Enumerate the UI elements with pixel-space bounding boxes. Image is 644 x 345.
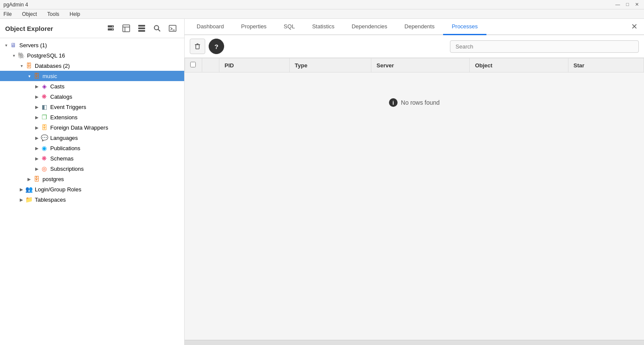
explorer-header: Object Explorer — [0, 19, 184, 38]
tree-chevron: ▶ — [33, 155, 40, 162]
tree-node-extensions[interactable]: ▶❐Extensions — [0, 112, 184, 122]
tab-dependencies[interactable]: Dependencies — [343, 19, 396, 35]
server-view-button[interactable] — [104, 22, 117, 34]
select-all-checkbox[interactable] — [190, 62, 196, 67]
table-icon — [122, 24, 130, 32]
search-input[interactable] — [450, 40, 639, 53]
tree-node-languages[interactable]: ▶💬Languages — [0, 133, 184, 143]
menu-item-file[interactable]: File — [2, 10, 13, 18]
tree-icon-catalogs: ❋ — [40, 93, 48, 100]
svg-point-3 — [112, 29, 113, 30]
terminal-button[interactable] — [166, 22, 179, 34]
tree-node-fdw[interactable]: ▶🗄Foreign Data Wrappers — [0, 122, 184, 133]
tree-icon-postgres: 🗄 — [33, 175, 40, 183]
table-header-row: PID Type Server Object Star — [185, 58, 644, 73]
tree-label-event_triggers: Event Triggers — [50, 104, 86, 110]
tree-node-databases[interactable]: ▾🗄Databases (2) — [0, 61, 184, 71]
tree-label-extensions: Extensions — [50, 114, 78, 121]
th-object: Object — [470, 58, 568, 73]
tree-chevron: ▶ — [33, 165, 40, 172]
help-button[interactable]: ? — [209, 39, 224, 54]
svg-point-2 — [112, 26, 113, 27]
maximize-button[interactable]: □ — [624, 2, 631, 7]
tree-label-publications: Publications — [50, 145, 80, 151]
tree-node-tablespaces[interactable]: ▶📁Tablespaces — [0, 194, 184, 205]
tree-node-postgresql16[interactable]: ▾🐘PostgreSQL 16 — [0, 50, 184, 61]
tab-properties[interactable]: Properties — [233, 19, 275, 35]
close-button[interactable]: ✕ — [633, 2, 641, 7]
tree-label-subscriptions: Subscriptions — [50, 166, 84, 172]
th-status — [202, 58, 219, 73]
menu-item-tools[interactable]: Tools — [46, 10, 61, 18]
menu-item-object[interactable]: Object — [20, 10, 39, 18]
tabs-bar: DashboardPropertiesSQLStatisticsDependen… — [185, 19, 644, 35]
app-title: pgAdmin 4 — [3, 2, 28, 8]
th-pid: PID — [219, 58, 290, 73]
tree-icon-schemas: ❋ — [40, 154, 48, 162]
tree-node-event_triggers[interactable]: ▶◧Event Triggers — [0, 102, 184, 112]
tree-label-postgres: postgres — [43, 176, 64, 182]
svg-rect-4 — [123, 25, 130, 32]
tree-chevron: ▶ — [33, 134, 40, 141]
svg-point-10 — [155, 26, 159, 30]
tree-chevron: ▶ — [18, 196, 25, 203]
tree-container[interactable]: ▾🖥Servers (1)▾🐘PostgreSQL 16▾🗄Databases … — [0, 38, 184, 345]
right-panel: DashboardPropertiesSQLStatisticsDependen… — [185, 19, 644, 345]
tree-chevron: ▶ — [33, 124, 40, 131]
table-container[interactable]: PID Type Server Object Star i No rows fo… — [185, 58, 644, 340]
processes-table: PID Type Server Object Star — [185, 58, 644, 73]
tree-node-subscriptions[interactable]: ▶◎Subscriptions — [0, 163, 184, 174]
tree-chevron: ▶ — [33, 103, 40, 110]
tab-dashboard[interactable]: Dashboard — [188, 19, 233, 35]
tab-statistics[interactable]: Statistics — [304, 19, 343, 35]
tree-label-login_roles: Login/Group Roles — [35, 186, 81, 193]
th-server: Server — [371, 58, 470, 73]
schema-icon — [138, 24, 146, 32]
tree-node-login_roles[interactable]: ▶👥Login/Group Roles — [0, 184, 184, 194]
no-rows-message: i No rows found — [185, 73, 644, 133]
tabs-list: DashboardPropertiesSQLStatisticsDependen… — [188, 19, 486, 34]
search-box — [450, 40, 639, 53]
tree-icon-login_roles: 👥 — [25, 185, 33, 193]
close-panel-button[interactable]: ✕ — [628, 19, 641, 34]
bottom-scrollbar[interactable] — [185, 340, 644, 345]
svg-rect-8 — [138, 27, 145, 29]
tree-label-tablespaces: Tablespaces — [35, 197, 66, 203]
tree-node-servers[interactable]: ▾🖥Servers (1) — [0, 40, 184, 50]
tree-node-casts[interactable]: ▶◈Casts — [0, 81, 184, 91]
tree-chevron: ▶ — [33, 93, 40, 100]
tree-node-catalogs[interactable]: ▶❋Catalogs — [0, 91, 184, 102]
tab-sql[interactable]: SQL — [275, 19, 304, 35]
tree-icon-fdw: 🗄 — [40, 124, 48, 131]
tree-label-schemas: Schemas — [50, 155, 73, 162]
tree-label-music: music — [43, 73, 57, 79]
th-star: Star — [568, 58, 644, 73]
tree-icon-music: 🗄 — [33, 72, 40, 80]
delete-button[interactable] — [190, 39, 205, 54]
tab-processes[interactable]: Processes — [443, 19, 486, 35]
tree-chevron: ▶ — [33, 83, 40, 90]
tree-node-schemas[interactable]: ▶❋Schemas — [0, 153, 184, 163]
schema-view-button[interactable] — [135, 22, 148, 34]
tab-dependents[interactable]: Dependents — [396, 19, 443, 35]
table-view-button[interactable] — [120, 22, 133, 34]
tree-chevron: ▾ — [18, 62, 25, 69]
search-button[interactable] — [151, 22, 164, 34]
tree-label-databases: Databases (2) — [35, 63, 70, 69]
tree-label-languages: Languages — [50, 135, 78, 141]
tree-label-servers: Servers (1) — [19, 42, 47, 48]
tree-node-music[interactable]: ▾🗄music — [0, 71, 184, 81]
tree-node-publications[interactable]: ▶◉Publications — [0, 143, 184, 153]
tree-icon-subscriptions: ◎ — [40, 165, 48, 172]
minimize-button[interactable]: — — [614, 2, 622, 7]
tree-chevron: ▾ — [26, 73, 33, 79]
tree-chevron: ▶ — [18, 186, 25, 193]
main-layout: Object Explorer — [0, 19, 644, 345]
menu-item-help[interactable]: Help — [68, 10, 82, 18]
svg-rect-7 — [138, 25, 145, 27]
content-toolbar: ? — [185, 35, 644, 58]
svg-rect-12 — [169, 25, 176, 31]
tree-chevron: ▶ — [33, 145, 40, 151]
tree-node-postgres[interactable]: ▶🗄postgres — [0, 174, 184, 184]
tree-chevron: ▾ — [10, 52, 17, 59]
